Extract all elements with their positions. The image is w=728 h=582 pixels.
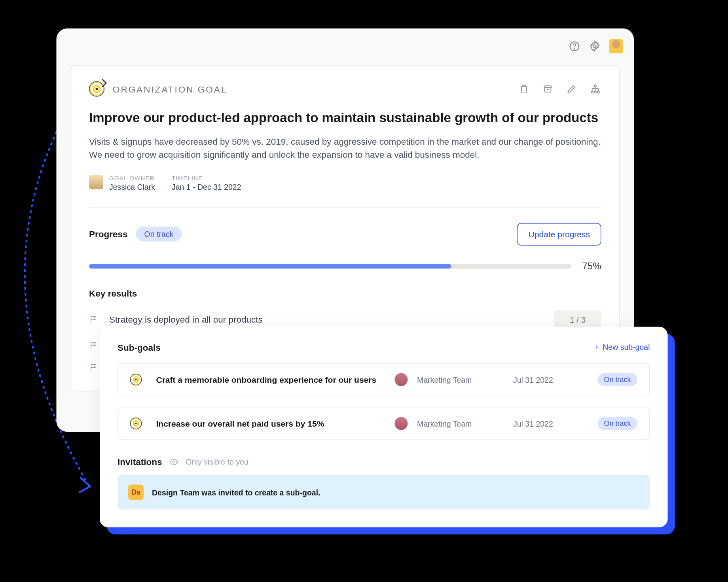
subgoal-date: Jul 31 2022	[513, 419, 590, 428]
subgoal-status-pill: On track	[597, 373, 637, 386]
owner-label: GOAL OWNER	[109, 175, 155, 181]
flag-icon	[89, 315, 99, 324]
goal-type-label: ORGANIZATION GOAL	[113, 84, 227, 94]
invitation-text: Design Team was invited to create a sub-…	[152, 488, 320, 497]
svg-point-4	[594, 85, 596, 87]
owner-avatar	[89, 175, 103, 189]
owner-name: Jessica Clark	[109, 182, 155, 191]
goal-target-icon	[130, 374, 142, 385]
timeline-label: TIMELINE	[172, 175, 241, 181]
delete-icon[interactable]	[518, 83, 530, 95]
team-avatar	[394, 373, 408, 386]
goal-target-icon	[89, 81, 104, 97]
invitations-hint: Only visible to you	[186, 457, 248, 467]
svg-point-6	[594, 91, 596, 93]
subgoal-status-pill: On track	[597, 417, 637, 430]
invitations-heading: Invitations	[118, 457, 162, 467]
team-badge: Ds	[128, 485, 144, 500]
key-results-heading: Key results	[89, 288, 601, 298]
eye-icon	[169, 457, 179, 467]
plus-icon: +	[595, 343, 599, 352]
progress-bar-fill	[89, 264, 451, 268]
new-subgoal-button[interactable]: + New sub-goal	[595, 343, 650, 352]
svg-point-8	[173, 461, 175, 463]
goal-description: Visits & signups have decreased by 50% v…	[89, 135, 601, 162]
subgoal-title: Increase our overall net paid users by 1…	[156, 419, 387, 428]
edit-icon[interactable]	[566, 83, 578, 95]
invitation-banner: Ds Design Team was invited to create a s…	[118, 475, 650, 510]
settings-icon[interactable]	[589, 40, 601, 52]
help-icon[interactable]	[569, 40, 580, 52]
subgoal-row[interactable]: Increase our overall net paid users by 1…	[118, 407, 650, 440]
svg-rect-3	[544, 86, 552, 88]
team-name: Marketing Team	[417, 375, 506, 384]
subgoal-row[interactable]: Craft a memorable onboarding experience …	[118, 363, 650, 396]
subgoal-title: Craft a memorable onboarding experience …	[156, 375, 387, 384]
svg-point-7	[597, 91, 599, 93]
team-name: Marketing Team	[417, 419, 506, 428]
progress-bar	[89, 264, 571, 268]
timeline-value: Jan 1 - Dec 31 2022	[172, 182, 241, 191]
goal-title: Improve our product-led approach to main…	[89, 110, 601, 127]
subgoals-panel: Sub-goals + New sub-goal Craft a memorab…	[100, 327, 668, 527]
flag-icon	[89, 341, 99, 351]
svg-point-1	[574, 48, 575, 49]
subgoals-heading: Sub-goals	[118, 342, 161, 353]
subgoal-date: Jul 31 2022	[513, 375, 590, 384]
progress-heading: Progress	[89, 229, 128, 239]
svg-point-2	[593, 45, 596, 48]
progress-percent: 75%	[582, 261, 601, 271]
key-result-count: 1 / 3	[554, 310, 601, 329]
svg-point-5	[591, 91, 593, 93]
hierarchy-icon[interactable]	[590, 83, 601, 95]
archive-icon[interactable]	[542, 83, 554, 95]
user-avatar[interactable]	[609, 39, 623, 53]
key-result-text: Strategy is deployed in all our products	[109, 314, 544, 325]
update-progress-button[interactable]: Update progress	[517, 223, 601, 245]
goal-target-icon	[130, 418, 142, 429]
key-result-row[interactable]: Strategy is deployed in all our products…	[89, 310, 601, 329]
team-avatar	[394, 417, 408, 430]
progress-status-pill: On track	[136, 227, 182, 242]
flag-icon	[89, 363, 99, 372]
